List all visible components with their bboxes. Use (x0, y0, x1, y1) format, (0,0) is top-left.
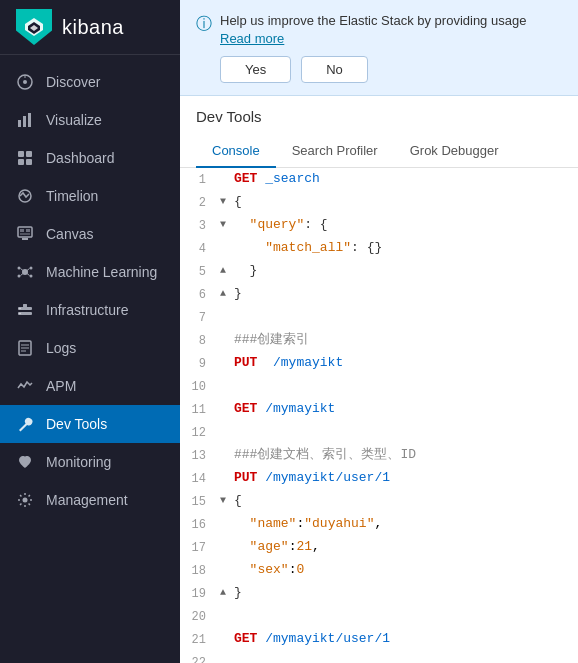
table-row: 11 GET /mymayikt (180, 398, 578, 421)
dashboard-icon (16, 149, 34, 167)
svg-rect-9 (18, 151, 24, 157)
svg-rect-17 (20, 233, 30, 235)
tab-console[interactable]: Console (196, 135, 276, 168)
sidebar-item-management[interactable]: Management (0, 481, 180, 519)
sidebar-item-timelion[interactable]: Timelion (0, 177, 180, 215)
table-row: 15 ▼ { (180, 490, 578, 513)
sidebar-label-devtools: Dev Tools (46, 416, 107, 432)
sidebar-label-dashboard: Dashboard (46, 150, 115, 166)
table-row: 7 (180, 306, 578, 329)
svg-rect-11 (18, 159, 24, 165)
tab-search-profiler[interactable]: Search Profiler (276, 135, 394, 168)
table-row: 6 ▲ } (180, 283, 578, 306)
svg-line-26 (21, 274, 24, 276)
code-editor[interactable]: 1 GET _search 2 ▼ { 3 ▼ "query": { 4 "ma… (180, 168, 578, 663)
sidebar-item-dashboard[interactable]: Dashboard (0, 139, 180, 177)
table-row: 18 "sex":0 (180, 559, 578, 582)
sidebar-label-ml: Machine Learning (46, 264, 157, 280)
devtools-tabs: Console Search Profiler Grok Debugger (196, 135, 562, 167)
svg-rect-12 (26, 159, 32, 165)
timelion-icon (16, 187, 34, 205)
heart-icon (16, 453, 34, 471)
sidebar-item-monitoring[interactable]: Monitoring (0, 443, 180, 481)
sidebar-item-discover[interactable]: Discover (0, 63, 180, 101)
table-row: 22 (180, 651, 578, 663)
sidebar-label-timelion: Timelion (46, 188, 98, 204)
sidebar-label-apm: APM (46, 378, 76, 394)
sidebar-label-discover: Discover (46, 74, 100, 90)
sidebar-label-canvas: Canvas (46, 226, 93, 242)
svg-point-21 (30, 267, 33, 270)
table-row: 5 ▲ } (180, 260, 578, 283)
banner-text-area: ⓘ Help us improve the Elastic Stack by p… (196, 12, 562, 48)
table-row: 20 (180, 605, 578, 628)
svg-rect-8 (28, 113, 31, 127)
usage-banner: ⓘ Help us improve the Elastic Stack by p… (180, 0, 578, 96)
table-row: 12 (180, 421, 578, 444)
table-row: 4 "match_all": {} (180, 237, 578, 260)
svg-point-20 (18, 267, 21, 270)
logs-icon (16, 339, 34, 357)
sidebar-label-logs: Logs (46, 340, 76, 356)
compass-icon (16, 73, 34, 91)
table-row: 13 ###创建文档、索引、类型、ID (180, 444, 578, 467)
svg-point-22 (18, 275, 21, 278)
infrastructure-icon (16, 301, 34, 319)
table-row: 19 ▲ } (180, 582, 578, 605)
sidebar-item-infrastructure[interactable]: Infrastructure (0, 291, 180, 329)
table-row: 2 ▼ { (180, 191, 578, 214)
sidebar-item-canvas[interactable]: Canvas (0, 215, 180, 253)
sidebar-item-devtools[interactable]: Dev Tools (0, 405, 180, 443)
canvas-icon (16, 225, 34, 243)
svg-rect-32 (23, 304, 27, 307)
svg-point-31 (19, 313, 21, 315)
table-row: 10 (180, 375, 578, 398)
svg-line-25 (27, 269, 30, 271)
sidebar-label-infrastructure: Infrastructure (46, 302, 128, 318)
svg-line-24 (21, 269, 24, 271)
svg-line-27 (27, 274, 30, 276)
devtools-header: Dev Tools Console Search Profiler Grok D… (180, 96, 578, 168)
table-row: 9 PUT /mymayikt (180, 352, 578, 375)
sidebar-label-visualize: Visualize (46, 112, 102, 128)
table-row: 17 "age":21, (180, 536, 578, 559)
sidebar: kibana Discover Visualize (0, 0, 180, 663)
svg-rect-16 (26, 229, 30, 232)
table-row: 21 GET /mymayikt/user/1 (180, 628, 578, 651)
svg-rect-15 (20, 229, 24, 232)
apm-icon (16, 377, 34, 395)
sidebar-item-machine-learning[interactable]: Machine Learning (0, 253, 180, 291)
sidebar-item-visualize[interactable]: Visualize (0, 101, 180, 139)
no-button[interactable]: No (301, 56, 368, 83)
wrench-icon (16, 415, 34, 433)
logo-area: kibana (0, 0, 180, 55)
table-row: 16 "name":"duyahui", (180, 513, 578, 536)
svg-point-23 (30, 275, 33, 278)
table-row: 1 GET _search (180, 168, 578, 191)
table-row: 8 ###创建索引 (180, 329, 578, 352)
svg-rect-18 (22, 238, 28, 240)
info-icon: ⓘ (196, 13, 212, 35)
sidebar-label-management: Management (46, 492, 128, 508)
devtools-title: Dev Tools (196, 108, 562, 125)
svg-point-37 (23, 498, 28, 503)
yes-button[interactable]: Yes (220, 56, 291, 83)
sidebar-item-logs[interactable]: Logs (0, 329, 180, 367)
banner-message: Help us improve the Elastic Stack by pro… (220, 12, 526, 48)
svg-rect-6 (18, 120, 21, 127)
sidebar-item-apm[interactable]: APM (0, 367, 180, 405)
banner-buttons: Yes No (220, 56, 562, 83)
table-row: 14 PUT /mymayikt/user/1 (180, 467, 578, 490)
main-content: ⓘ Help us improve the Elastic Stack by p… (180, 0, 578, 663)
sidebar-label-monitoring: Monitoring (46, 454, 111, 470)
bar-chart-icon (16, 111, 34, 129)
tab-grok-debugger[interactable]: Grok Debugger (394, 135, 515, 168)
logo-text: kibana (62, 16, 124, 39)
logo-icon (16, 9, 52, 45)
table-row: 3 ▼ "query": { (180, 214, 578, 237)
sidebar-navigation: Discover Visualize (0, 55, 180, 663)
ml-icon (16, 263, 34, 281)
gear-icon (16, 491, 34, 509)
svg-rect-7 (23, 116, 26, 127)
read-more-link[interactable]: Read more (220, 31, 284, 46)
